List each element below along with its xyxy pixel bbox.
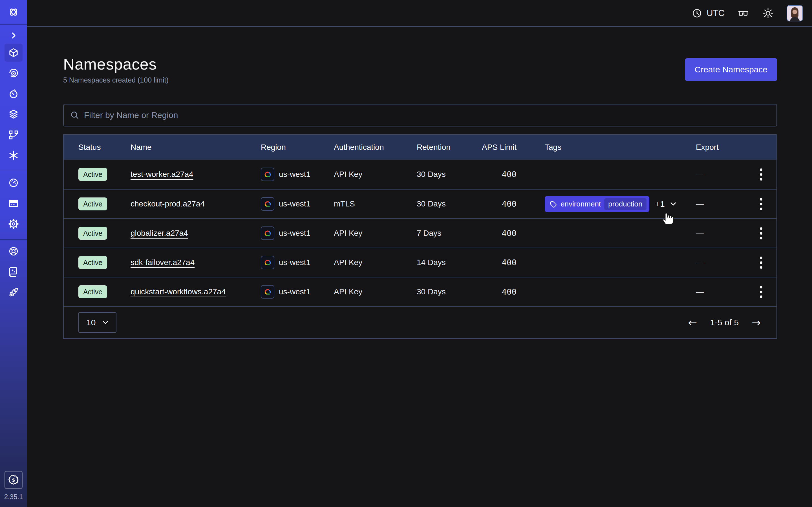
- export-cell: —: [696, 229, 753, 238]
- glasses-icon[interactable]: [737, 7, 749, 19]
- aps-limit-cell: 400: [475, 228, 545, 238]
- status-badge: Active: [79, 256, 107, 269]
- sidebar-nav: [0, 41, 27, 165]
- col-tags: Tags: [545, 143, 696, 152]
- timezone-label: UTC: [707, 8, 725, 18]
- nav-rocket-icon[interactable]: [4, 283, 22, 301]
- table-header: Status Name Region Authentication Retent…: [64, 135, 776, 160]
- col-authentication: Authentication: [334, 143, 417, 152]
- region-label: us-west1: [279, 170, 310, 179]
- gcp-cloud-icon: [261, 226, 274, 240]
- retention-cell: 7 Days: [417, 229, 475, 238]
- timezone-selector[interactable]: UTC: [691, 8, 725, 19]
- nav-gauge-icon[interactable]: [4, 174, 22, 192]
- page-size-select[interactable]: 10: [79, 313, 116, 333]
- namespace-link[interactable]: quickstart-workflows.a27a4: [131, 287, 226, 296]
- page-subtitle: 5 Namespaces created (100 limit): [63, 76, 168, 84]
- status-badge: Active: [79, 285, 107, 298]
- namespace-link[interactable]: test-worker.a27a4: [131, 170, 193, 179]
- chevron-down-icon: [101, 318, 110, 327]
- col-aps-limit: APS Limit: [475, 143, 545, 152]
- nav-timer-icon[interactable]: [4, 85, 22, 103]
- nav-gear-icon[interactable]: [4, 215, 22, 233]
- tag-value: production: [604, 198, 646, 210]
- sun-theme-icon[interactable]: [762, 7, 774, 19]
- kebab-menu-button[interactable]: [756, 283, 766, 301]
- table-row: Active test-worker.a27a4 us-west1 API Ke…: [64, 160, 776, 189]
- aps-limit-cell: 400: [475, 170, 545, 179]
- sidebar-nav-help: [0, 240, 27, 301]
- namespace-link[interactable]: checkout-prod.a27a4: [131, 200, 205, 209]
- nav-namespaces-cube-icon[interactable]: [4, 44, 22, 62]
- tag-key: environment: [560, 200, 601, 209]
- main-content: Namespaces 5 Namespaces created (100 lim…: [27, 28, 812, 507]
- sidebar-expand-chevron-icon[interactable]: [9, 30, 18, 41]
- topbar: UTC: [27, 0, 812, 27]
- svg-text:$: $: [12, 477, 15, 483]
- retention-cell: 30 Days: [417, 170, 475, 179]
- table-row: Active checkout-prod.a27a4 us-west1 mTLS…: [64, 189, 776, 218]
- nav-layers-icon[interactable]: [4, 105, 22, 123]
- aps-limit-cell: 400: [475, 287, 545, 297]
- create-namespace-button[interactable]: Create Namespace: [685, 58, 777, 81]
- export-cell: —: [696, 200, 753, 209]
- namespace-link[interactable]: sdk-failover.a27a4: [131, 258, 195, 267]
- gcp-cloud-icon: [261, 197, 274, 211]
- nav-asterisk-icon[interactable]: [4, 147, 22, 165]
- page-title: Namespaces: [63, 55, 168, 73]
- tag-expand-chevron-icon[interactable]: [669, 200, 678, 209]
- tag-icon: [549, 200, 557, 208]
- aps-limit-cell: 400: [475, 258, 545, 267]
- col-retention: Retention: [417, 143, 475, 152]
- gcp-cloud-icon: [261, 256, 274, 269]
- nav-docs-book-icon[interactable]: [4, 263, 22, 281]
- status-badge: Active: [79, 227, 107, 240]
- tag-chip[interactable]: environment production: [545, 196, 649, 212]
- auth-cell: API Key: [334, 229, 417, 238]
- prev-page-arrow[interactable]: ←: [688, 316, 697, 329]
- status-badge: Active: [79, 198, 107, 210]
- retention-cell: 30 Days: [417, 200, 475, 209]
- clock-icon: [691, 8, 703, 19]
- page-range-label: 1-5 of 5: [710, 318, 739, 327]
- kebab-menu-button[interactable]: [756, 254, 766, 272]
- auth-cell: API Key: [334, 258, 417, 267]
- kebab-menu-button[interactable]: [756, 195, 766, 213]
- app-version: 2.35.1: [4, 493, 23, 501]
- nav-spiral-icon[interactable]: [4, 64, 22, 82]
- auth-cell: mTLS: [334, 200, 417, 209]
- col-export: Export: [696, 143, 753, 152]
- auth-cell: API Key: [334, 287, 417, 296]
- status-badge: Active: [79, 168, 107, 181]
- namespaces-table: Status Name Region Authentication Retent…: [63, 134, 777, 339]
- kebab-menu-button[interactable]: [756, 224, 766, 242]
- nav-billing-card-icon[interactable]: [4, 194, 22, 212]
- search-icon: [70, 110, 80, 120]
- col-status: Status: [79, 143, 131, 152]
- user-avatar[interactable]: [786, 5, 803, 21]
- temporal-logo[interactable]: [0, 0, 27, 25]
- pricing-dollar-badge-icon[interactable]: $: [4, 471, 22, 489]
- nav-lifebuoy-support-icon[interactable]: [4, 242, 22, 260]
- region-label: us-west1: [279, 258, 310, 267]
- tags-cell: environment production +1: [545, 196, 696, 212]
- retention-cell: 14 Days: [417, 258, 475, 267]
- aps-limit-cell: 400: [475, 199, 545, 209]
- gcp-cloud-icon: [261, 168, 274, 181]
- auth-cell: API Key: [334, 170, 417, 179]
- filter-input[interactable]: [84, 110, 770, 120]
- table-row: Active globalizer.a27a4 us-west1 API Key…: [64, 218, 776, 247]
- gcp-cloud-icon: [261, 285, 274, 298]
- region-label: us-west1: [279, 229, 310, 238]
- col-name: Name: [131, 143, 261, 152]
- next-page-arrow[interactable]: →: [752, 316, 761, 329]
- nav-git-branch-icon[interactable]: [4, 126, 22, 144]
- table-row: Active sdk-failover.a27a4 us-west1 API K…: [64, 247, 776, 277]
- namespace-link[interactable]: globalizer.a27a4: [131, 229, 188, 238]
- table-row: Active quickstart-workflows.a27a4 us-wes…: [64, 277, 776, 306]
- kebab-menu-button[interactable]: [756, 166, 766, 183]
- export-cell: —: [696, 170, 753, 179]
- filter-bar: [63, 104, 777, 126]
- col-region: Region: [261, 143, 334, 152]
- region-label: us-west1: [279, 200, 310, 209]
